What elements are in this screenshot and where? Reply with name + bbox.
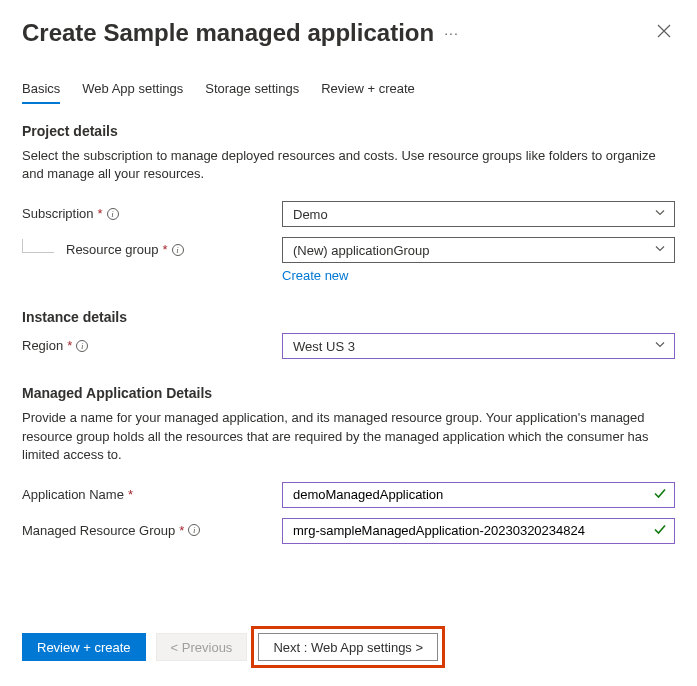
tabs: Basics Web App settings Storage settings… bbox=[22, 75, 675, 105]
resource-group-value: (New) applicationGroup bbox=[293, 243, 430, 258]
managed-application-section: Managed Application Details Provide a na… bbox=[22, 385, 675, 544]
check-icon bbox=[653, 522, 667, 539]
header: Create Sample managed application ··· bbox=[22, 18, 675, 47]
subscription-select[interactable]: Demo bbox=[282, 201, 675, 227]
tab-storage-settings[interactable]: Storage settings bbox=[205, 75, 299, 104]
page-title: Create Sample managed application bbox=[22, 19, 434, 47]
required-indicator: * bbox=[128, 487, 133, 502]
project-details-heading: Project details bbox=[22, 123, 675, 139]
managed-application-description: Provide a name for your managed applicat… bbox=[22, 409, 675, 464]
highlight-box: Next : Web App settings > bbox=[251, 626, 445, 668]
check-icon bbox=[653, 486, 667, 503]
chevron-down-icon bbox=[654, 207, 666, 222]
info-icon[interactable]: i bbox=[172, 244, 184, 256]
region-select[interactable]: West US 3 bbox=[282, 333, 675, 359]
project-details-section: Project details Select the subscription … bbox=[22, 123, 675, 283]
required-indicator: * bbox=[163, 242, 168, 257]
managed-resource-group-label: Managed Resource Group bbox=[22, 523, 175, 538]
close-icon[interactable] bbox=[653, 18, 675, 47]
tab-review-create[interactable]: Review + create bbox=[321, 75, 415, 104]
review-create-button[interactable]: Review + create bbox=[22, 633, 146, 661]
application-name-input[interactable] bbox=[282, 482, 675, 508]
info-icon[interactable]: i bbox=[107, 208, 119, 220]
subscription-value: Demo bbox=[293, 207, 328, 222]
info-icon[interactable]: i bbox=[188, 524, 200, 536]
tab-web-app-settings[interactable]: Web App settings bbox=[82, 75, 183, 104]
managed-application-heading: Managed Application Details bbox=[22, 385, 675, 401]
instance-details-section: Instance details Region * i West US 3 bbox=[22, 309, 675, 359]
resource-group-label: Resource group bbox=[66, 242, 159, 257]
managed-resource-group-input[interactable] bbox=[282, 518, 675, 544]
region-value: West US 3 bbox=[293, 339, 355, 354]
instance-details-heading: Instance details bbox=[22, 309, 675, 325]
create-new-link[interactable]: Create new bbox=[282, 268, 348, 283]
subscription-label: Subscription bbox=[22, 206, 94, 221]
indent-line bbox=[22, 239, 54, 253]
tab-basics[interactable]: Basics bbox=[22, 75, 60, 104]
info-icon[interactable]: i bbox=[76, 340, 88, 352]
resource-group-select[interactable]: (New) applicationGroup bbox=[282, 237, 675, 263]
project-details-description: Select the subscription to manage deploy… bbox=[22, 147, 675, 183]
previous-button: < Previous bbox=[156, 633, 248, 661]
footer: Review + create < Previous Next : Web Ap… bbox=[22, 626, 675, 668]
chevron-down-icon bbox=[654, 339, 666, 354]
required-indicator: * bbox=[179, 523, 184, 538]
more-icon[interactable]: ··· bbox=[444, 25, 459, 41]
application-name-label: Application Name bbox=[22, 487, 124, 502]
region-label: Region bbox=[22, 338, 63, 353]
chevron-down-icon bbox=[654, 243, 666, 258]
next-button[interactable]: Next : Web App settings > bbox=[258, 633, 438, 661]
required-indicator: * bbox=[67, 338, 72, 353]
required-indicator: * bbox=[98, 206, 103, 221]
